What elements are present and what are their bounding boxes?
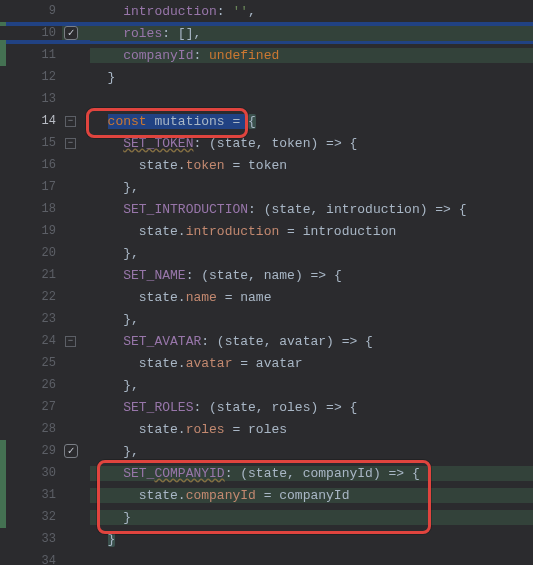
code-line[interactable]: SET_ROLES: (state, roles) => { <box>90 400 533 415</box>
line-number: 28 <box>0 422 62 436</box>
code-line[interactable]: }, <box>90 444 533 459</box>
code-line[interactable]: }, <box>90 312 533 327</box>
code-line[interactable]: } <box>90 532 533 547</box>
code-line[interactable]: SET_AVATAR: (state, avatar) => { <box>90 334 533 349</box>
line-number: 18 <box>0 202 62 216</box>
code-line[interactable]: SET_INTRODUCTION: (state, introduction) … <box>90 202 533 217</box>
code-line[interactable]: }, <box>90 180 533 195</box>
fold-icon[interactable]: − <box>65 116 76 127</box>
line-number: 15 <box>0 136 62 150</box>
line-number: 34 <box>0 554 62 565</box>
code-line[interactable]: state.name = name <box>90 290 533 305</box>
line-number: 13 <box>0 92 62 106</box>
line-number: 16 <box>0 158 62 172</box>
line-number: 33 <box>0 532 62 546</box>
code-line[interactable]: state.companyId = companyId <box>90 488 533 503</box>
change-checkbox-icon[interactable]: ✓ <box>64 26 78 40</box>
line-number: 32 <box>0 510 62 524</box>
fold-icon[interactable]: − <box>65 138 76 149</box>
code-editor[interactable]: 9 introduction: '', 10 ✓ roles: [], 11 c… <box>0 0 533 565</box>
line-number: 26 <box>0 378 62 392</box>
line-number: 19 <box>0 224 62 238</box>
line-number: 17 <box>0 180 62 194</box>
fold-icon[interactable]: − <box>65 336 76 347</box>
line-number: 9 <box>0 4 62 18</box>
line-number: 21 <box>0 268 62 282</box>
line-number: 25 <box>0 356 62 370</box>
code-line[interactable]: companyId: undefined <box>90 48 533 63</box>
code-line[interactable]: const mutations = { <box>90 114 533 129</box>
code-line[interactable]: state.roles = roles <box>90 422 533 437</box>
code-line[interactable]: }, <box>90 246 533 261</box>
code-line[interactable]: roles: [], <box>90 26 533 41</box>
line-number: 23 <box>0 312 62 326</box>
code-line[interactable]: } <box>90 70 533 85</box>
code-line[interactable]: } <box>90 510 533 525</box>
code-line[interactable]: state.introduction = introduction <box>90 224 533 239</box>
line-number: 10 <box>0 26 62 40</box>
line-number: 27 <box>0 400 62 414</box>
line-number: 31 <box>0 488 62 502</box>
line-number: 20 <box>0 246 62 260</box>
code-line[interactable]: }, <box>90 378 533 393</box>
code-line[interactable]: SET_NAME: (state, name) => { <box>90 268 533 283</box>
code-line[interactable]: SET_TOKEN: (state, token) => { <box>90 136 533 151</box>
line-number: 30 <box>0 466 62 480</box>
code-line[interactable]: state.token = token <box>90 158 533 173</box>
line-number: 24 <box>0 334 62 348</box>
code-line[interactable]: introduction: '', <box>90 4 533 19</box>
line-number: 14 <box>0 114 62 128</box>
code-line[interactable]: state.avatar = avatar <box>90 356 533 371</box>
change-checkbox-icon[interactable]: ✓ <box>64 444 78 458</box>
line-number: 22 <box>0 290 62 304</box>
line-number: 29 <box>0 444 62 458</box>
code-line[interactable]: SET_COMPANYID: (state, companyId) => { <box>90 466 533 481</box>
line-number: 12 <box>0 70 62 84</box>
line-number: 11 <box>0 48 62 62</box>
